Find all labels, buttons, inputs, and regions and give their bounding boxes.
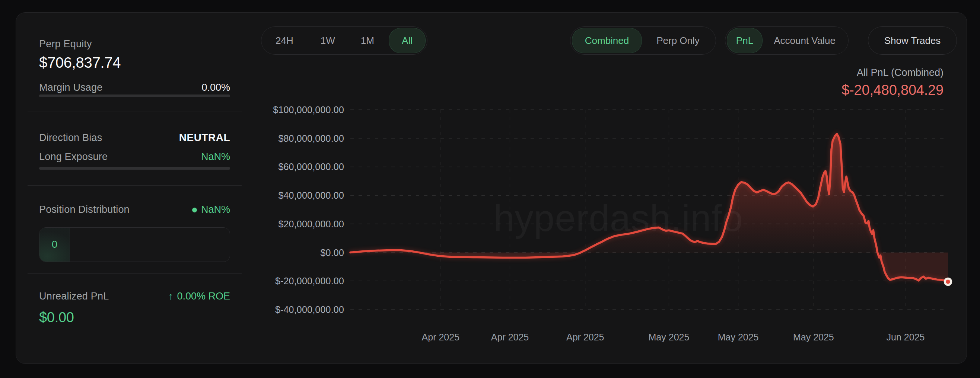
time-range-1w[interactable]: 1W (309, 28, 346, 53)
x-tick-label: Apr 2025 (473, 331, 547, 343)
last-point-marker[interactable] (945, 279, 951, 285)
time-range-group: 24H 1W 1M All (261, 26, 428, 55)
y-tick-label: $-40,000,000.00 (16, 303, 344, 316)
pnl-chart[interactable] (350, 110, 948, 310)
time-range-all[interactable]: All (389, 28, 426, 53)
y-tick-label: $40,000,000.00 (16, 189, 344, 201)
time-range-1m[interactable]: 1M (350, 28, 385, 53)
x-tick-label: Apr 2025 (403, 331, 478, 343)
chart-header: All PnL (Combined) $-20,480,804.29 (842, 67, 943, 98)
perp-equity-value: $706,837.74 (39, 54, 121, 71)
x-axis-labels: Apr 2025Apr 2025Apr 2025May 2025May 2025… (350, 331, 948, 343)
metric-account-value[interactable]: Account Value (762, 28, 847, 53)
metric-toggle-group: PnL Account Value (725, 26, 849, 55)
show-trades-button[interactable]: Show Trades (868, 26, 957, 55)
y-tick-label: $60,000,000.00 (16, 161, 344, 173)
y-axis-labels: $100,000,000.00$80,000,000.00$60,000,000… (16, 110, 344, 310)
margin-usage-label: Margin Usage (39, 82, 102, 94)
chart-title: All PnL (Combined) (842, 67, 943, 78)
x-tick-label: May 2025 (701, 331, 776, 343)
perp-equity-label: Perp Equity (39, 38, 92, 50)
x-tick-label: Apr 2025 (548, 331, 622, 343)
y-tick-label: $-20,000,000.00 (16, 275, 344, 287)
mode-combined[interactable]: Combined (572, 28, 642, 53)
mode-perp-only[interactable]: Perp Only (642, 28, 714, 53)
dashboard-panel: Perp Equity $706,837.74 Margin Usage 0.0… (16, 12, 967, 364)
margin-usage-row: Margin Usage 0.00% (39, 82, 230, 94)
mode-toggle-group: Combined Perp Only (570, 26, 716, 55)
margin-usage-value: 0.00% (201, 82, 230, 94)
metric-pnl[interactable]: PnL (727, 28, 762, 53)
pnl-line (350, 134, 948, 282)
x-tick-label: May 2025 (632, 331, 706, 343)
y-tick-label: $80,000,000.00 (16, 132, 344, 145)
y-tick-label: $20,000,000.00 (16, 218, 344, 230)
x-tick-label: Jun 2025 (868, 331, 943, 343)
margin-usage-bar (39, 94, 230, 97)
chart-total-value: $-20,480,804.29 (842, 82, 943, 98)
x-tick-label: May 2025 (776, 331, 851, 343)
y-tick-label: $100,000,000.00 (16, 104, 344, 116)
y-tick-label: $0.00 (16, 247, 344, 259)
time-range-24h[interactable]: 24H (263, 28, 306, 53)
perp-equity-row: Perp Equity (39, 38, 230, 50)
